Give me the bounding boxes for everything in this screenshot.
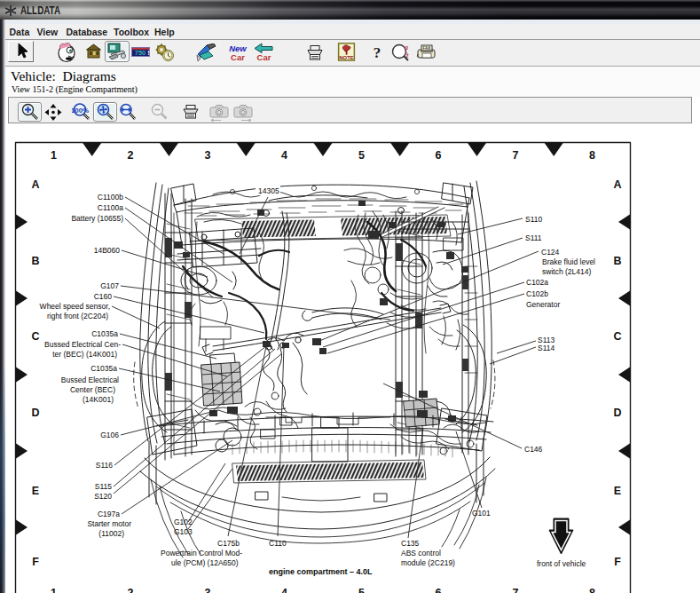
svg-text:C1035a: C1035a: [91, 329, 118, 338]
svg-text:6: 6: [436, 149, 442, 162]
svg-text:B: B: [613, 255, 621, 267]
svg-text:C: C: [31, 330, 39, 343]
svg-text:NOTE: NOTE: [339, 55, 354, 60]
svg-text:E: E: [614, 485, 621, 497]
svg-text:Starter motor: Starter motor: [87, 519, 131, 528]
svg-text:ule (PCM) (12A650): ule (PCM) (12A650): [171, 558, 239, 567]
svg-text:Brake fluid level: Brake fluid level: [542, 257, 595, 266]
svg-text:A: A: [31, 178, 39, 191]
svg-text:?: ?: [374, 44, 381, 61]
svg-text:(11002): (11002): [98, 529, 124, 538]
svg-text:C110: C110: [269, 539, 287, 548]
svg-text:a: a: [405, 43, 408, 51]
svg-text:G102: G102: [174, 518, 193, 526]
svg-text:S120: S120: [94, 492, 112, 501]
svg-text:right front (2C204): right front (2C204): [47, 312, 108, 320]
svg-text:(14K001): (14K001): [83, 395, 114, 404]
svg-text:Bussed Electrical: Bussed Electrical: [61, 376, 119, 384]
svg-text:7: 7: [512, 149, 518, 162]
svg-text:1: 1: [51, 587, 57, 593]
svg-text:!: !: [147, 50, 149, 56]
svg-text:Bussed Electrical Cen-: Bussed Electrical Cen-: [44, 340, 121, 349]
svg-text:C197a: C197a: [98, 510, 120, 518]
svg-text:3: 3: [204, 149, 210, 162]
svg-text:14B060: 14B060: [94, 246, 121, 255]
svg-text:C1100b: C1100b: [98, 193, 123, 202]
svg-text:E: E: [32, 485, 39, 497]
svg-text:Powertrain Control Mod-: Powertrain Control Mod-: [161, 549, 242, 557]
svg-text:z: z: [405, 51, 410, 59]
svg-text:C102b: C102b: [526, 289, 548, 298]
svg-text:B: B: [31, 255, 39, 267]
svg-text:G103: G103: [174, 527, 193, 536]
svg-text:8: 8: [589, 587, 595, 593]
svg-text:4: 4: [281, 149, 287, 162]
svg-text:3: 3: [204, 587, 210, 593]
svg-text:C102a: C102a: [526, 278, 548, 287]
svg-text:C135: C135: [401, 539, 420, 548]
svg-text:4: 4: [281, 587, 287, 593]
svg-text:Wheel speed sensor,: Wheel speed sensor,: [40, 302, 110, 311]
svg-text:C1100a: C1100a: [98, 203, 123, 212]
svg-text:S115: S115: [95, 482, 112, 491]
svg-text:F: F: [32, 556, 39, 568]
svg-text:A: A: [613, 178, 621, 191]
svg-text:6: 6: [436, 587, 442, 593]
svg-text:1: 1: [51, 149, 57, 162]
svg-text:S116: S116: [96, 461, 113, 470]
svg-text:14305: 14305: [258, 186, 279, 195]
svg-text:750: 750: [135, 49, 146, 57]
svg-text:S111: S111: [525, 233, 542, 242]
svg-text:C160: C160: [94, 292, 113, 301]
svg-text:5: 5: [358, 149, 365, 162]
svg-text:front of vehicle: front of vehicle: [537, 559, 586, 568]
svg-text:ter (BEC) (14K001): ter (BEC) (14K001): [52, 350, 117, 359]
svg-text:8: 8: [589, 149, 595, 162]
svg-text:5: 5: [358, 587, 365, 593]
svg-text:2: 2: [128, 587, 134, 593]
svg-text:G107: G107: [100, 281, 119, 290]
svg-text:100%: 100%: [72, 107, 89, 115]
svg-text:G106: G106: [100, 431, 119, 439]
svg-text:D: D: [31, 407, 39, 419]
svg-text:S110: S110: [525, 215, 542, 224]
svg-text:C124: C124: [541, 248, 560, 257]
svg-text:C: C: [613, 330, 621, 343]
svg-text:module (2C219): module (2C219): [401, 558, 455, 567]
svg-text:Car: Car: [257, 52, 271, 62]
svg-text:C175b: C175b: [217, 539, 240, 548]
svg-text:F: F: [614, 556, 621, 568]
svg-text:C146: C146: [524, 445, 543, 454]
svg-text:S114: S114: [538, 344, 554, 352]
svg-text:C1035a: C1035a: [90, 364, 117, 373]
svg-text:2: 2: [128, 149, 134, 162]
svg-text:Generator: Generator: [526, 300, 560, 309]
svg-text:Battery (10655): Battery (10655): [71, 214, 123, 223]
svg-text:FAX: FAX: [423, 46, 431, 51]
svg-text:switch (2L414): switch (2L414): [542, 267, 591, 276]
svg-text:7: 7: [512, 587, 518, 593]
svg-text:ABS control: ABS control: [401, 549, 441, 557]
svg-text:Center (BEC): Center (BEC): [70, 385, 115, 394]
svg-text:D: D: [613, 407, 621, 419]
svg-text:Car: Car: [231, 52, 245, 62]
svg-text:engine compartment – 4.0L: engine compartment – 4.0L: [269, 567, 373, 576]
svg-text:G101: G101: [472, 509, 491, 518]
